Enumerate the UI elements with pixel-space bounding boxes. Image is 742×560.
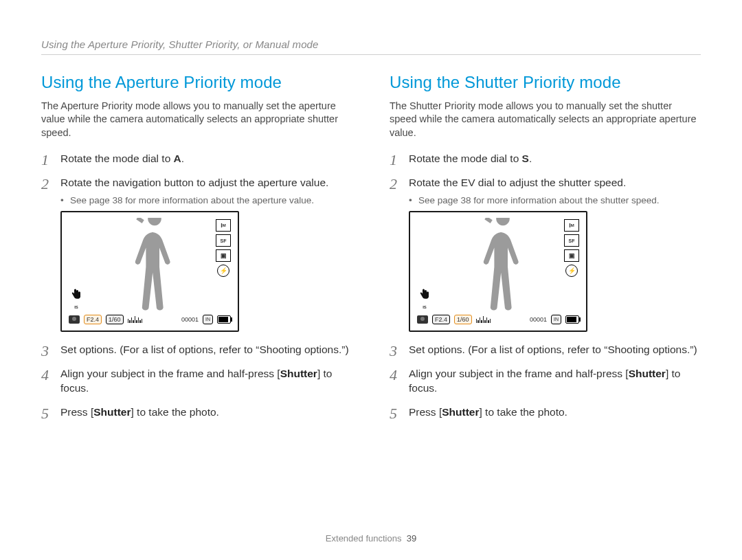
shot-counter: 00001 xyxy=(181,315,199,324)
right-column: Using the Shutter Priority mode The Shut… xyxy=(390,71,701,429)
subject-silhouette-icon xyxy=(473,218,532,314)
divider xyxy=(41,54,701,55)
quality-icon: SF xyxy=(216,234,231,247)
camera-icon xyxy=(69,315,80,324)
camera-lcd: IM SF ▣ ⚡ IS xyxy=(60,211,239,332)
steps-list: Rotate the mode dial to S. Rotate the EV… xyxy=(390,152,701,420)
step-2: Rotate the EV dial to adjust the shutter… xyxy=(390,176,701,332)
flash-icon: ⚡ xyxy=(217,265,229,277)
lcd-status-bar: F2.4 1/60 00001 IN xyxy=(69,314,231,325)
step-4: Align your subject in the frame and half… xyxy=(390,367,701,396)
two-column-layout: Using the Aperture Priority mode The Ape… xyxy=(41,71,701,429)
intro-text: The Shutter Priority mode allows you to … xyxy=(390,100,701,140)
mode-letter: A xyxy=(174,153,181,164)
shutter-value: 1/60 xyxy=(454,315,472,324)
step-5: Press [Shutter] to take the photo. xyxy=(390,405,701,420)
page-footer: Extended functions 39 xyxy=(0,533,742,545)
metering-icon: ▣ xyxy=(564,249,579,262)
footer-section-label: Extended functions xyxy=(326,533,402,544)
metering-icon: ▣ xyxy=(216,249,231,262)
step-1: Rotate the mode dial to S. xyxy=(390,152,701,166)
page-number: 39 xyxy=(407,533,416,544)
memory-indicator: IN xyxy=(203,315,213,324)
left-column: Using the Aperture Priority mode The Ape… xyxy=(41,71,352,429)
subject-silhouette-icon xyxy=(125,218,184,314)
resolution-icon: IM xyxy=(216,219,231,232)
intro-text: The Aperture Priority mode allows you to… xyxy=(41,100,352,140)
ois-icon: IS xyxy=(418,288,431,310)
lcd-right-icons: IM SF ▣ ⚡ xyxy=(216,219,231,277)
mode-letter: S xyxy=(522,153,529,164)
flash-icon: ⚡ xyxy=(565,265,578,277)
step-3: Set options. (For a list of options, ref… xyxy=(41,343,352,357)
battery-icon xyxy=(565,315,579,324)
breadcrumb: Using the Aperture Priority, Shutter Pri… xyxy=(41,38,701,52)
battery-icon xyxy=(217,315,231,324)
camera-lcd: IM SF ▣ ⚡ IS xyxy=(409,211,587,332)
quality-icon: SF xyxy=(564,234,579,247)
lcd-right-icons: IM SF ▣ ⚡ xyxy=(564,219,579,277)
sub-note-item: See page 38 for more information about t… xyxy=(409,194,701,207)
step-3: Set options. (For a list of options, ref… xyxy=(390,343,701,357)
lcd-preview: IM SF ▣ ⚡ IS xyxy=(60,211,352,332)
lcd-status-bar: F2.4 1/60 00001 IN xyxy=(417,314,579,325)
manual-page: Using the Aperture Priority, Shutter Pri… xyxy=(0,0,742,560)
ev-scale-icon xyxy=(128,316,143,323)
steps-list: Rotate the mode dial to A. Rotate the na… xyxy=(41,152,352,420)
memory-indicator: IN xyxy=(551,315,561,324)
resolution-icon: IM xyxy=(564,219,579,232)
step-5: Press [Shutter] to take the photo. xyxy=(41,405,352,420)
aperture-value: F2.4 xyxy=(432,315,450,324)
step-2: Rotate the navigation button to adjust t… xyxy=(41,176,352,332)
sub-note-item: See page 38 for more information about t… xyxy=(60,194,352,207)
shot-counter: 00001 xyxy=(530,315,547,324)
sub-note: See page 38 for more information about t… xyxy=(409,194,701,207)
ois-icon: IS xyxy=(70,288,82,310)
camera-icon xyxy=(417,315,428,324)
section-heading-shutter: Using the Shutter Priority mode xyxy=(390,71,701,93)
sub-note: See page 38 for more information about t… xyxy=(60,194,352,207)
section-heading-aperture: Using the Aperture Priority mode xyxy=(41,71,352,93)
aperture-value: F2.4 xyxy=(84,315,102,324)
shutter-value: 1/60 xyxy=(106,315,124,324)
lcd-preview: IM SF ▣ ⚡ IS xyxy=(409,211,701,332)
step-4: Align your subject in the frame and half… xyxy=(41,367,352,396)
ev-scale-icon xyxy=(476,316,491,323)
step-1: Rotate the mode dial to A. xyxy=(41,152,352,166)
